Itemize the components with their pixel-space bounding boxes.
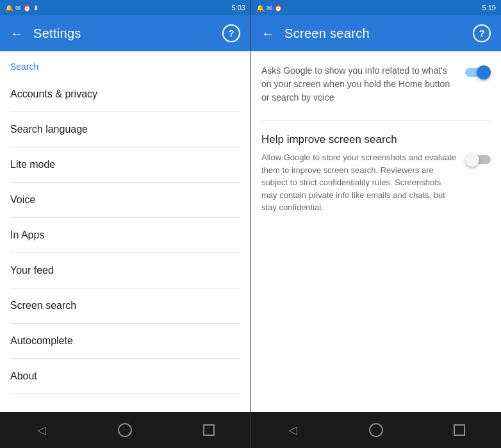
right-notification-icon: 🔔 <box>256 4 264 12</box>
settings-item-screen-search[interactable]: Screen search <box>0 288 250 323</box>
left-nav-square-button[interactable] <box>193 415 224 445</box>
section-header: Search <box>0 51 250 77</box>
screen-search-content: Asks Google to show you info related to … <box>251 51 501 412</box>
left-app-bar: ← Settings ? <box>0 15 250 51</box>
right-back-button[interactable]: ← <box>261 26 274 41</box>
right-status-icons-left: 🔔 ✉ ⏰ <box>256 4 282 12</box>
right-app-bar-title: Screen search <box>284 26 473 41</box>
divider-9 <box>10 394 240 394</box>
notification-icon: 🔔 <box>5 4 13 12</box>
settings-item-lite-mode[interactable]: Lite mode <box>0 147 250 182</box>
right-nav-back-icon: ◁ <box>288 423 297 437</box>
right-status-icons-right: 5:19 <box>482 4 496 12</box>
screen-search-description-text: Asks Google to show you info related to … <box>261 64 465 104</box>
right-nav-home-icon <box>369 423 383 437</box>
right-clock-icon: ⏰ <box>274 4 282 12</box>
settings-item-autocomplete[interactable]: Autocomplete <box>0 324 250 358</box>
right-panel: 🔔 ✉ ⏰ 5:19 ← Screen search ? Asks Google… <box>250 0 501 448</box>
settings-item-accounts-privacy[interactable]: Accounts & privacy <box>0 77 250 112</box>
right-time: 5:19 <box>482 4 496 12</box>
settings-item-your-feed[interactable]: Your feed <box>0 253 250 288</box>
help-improve-description: Allow Google to store your screenshots a… <box>261 151 465 214</box>
help-improve-title: Help improve screen search <box>261 133 491 146</box>
left-app-bar-title: Settings <box>33 26 222 41</box>
right-message-icon: ✉ <box>267 4 272 12</box>
screen-search-toggle-thumb <box>477 65 491 79</box>
left-nav-back-icon: ◁ <box>37 423 46 437</box>
left-nav-home-button[interactable] <box>110 415 140 445</box>
right-nav-home-button[interactable] <box>361 415 391 445</box>
message-icon: ✉ <box>15 4 21 12</box>
settings-list: Search Accounts & privacy Search languag… <box>0 51 250 412</box>
clock-icon: ⏰ <box>23 4 31 12</box>
settings-item-in-apps[interactable]: In Apps <box>0 218 250 253</box>
right-nav-square-button[interactable] <box>444 415 475 445</box>
right-nav-bar: ◁ <box>251 412 501 448</box>
help-improve-section: Help improve screen search Allow Google … <box>261 133 491 214</box>
settings-item-about[interactable]: About <box>0 359 250 394</box>
download-icon: ⬇ <box>33 4 38 12</box>
left-nav-home-icon <box>118 423 132 437</box>
help-improve-content: Allow Google to store your screenshots a… <box>261 151 491 214</box>
screen-search-toggle-row: Asks Google to show you info related to … <box>261 64 491 104</box>
help-improve-toggle-thumb <box>465 153 479 167</box>
left-back-button[interactable]: ← <box>10 26 23 41</box>
right-app-bar: ← Screen search ? <box>251 15 501 51</box>
left-status-icons-right: 5:03 <box>232 4 245 12</box>
right-nav-square-icon <box>454 424 465 436</box>
right-nav-back-button[interactable]: ◁ <box>277 415 308 445</box>
left-nav-back-button[interactable]: ◁ <box>26 415 57 445</box>
left-panel: 🔔 ✉ ⏰ ⬇ 5:03 ← Settings ? Search Account… <box>0 0 250 448</box>
settings-item-search-language[interactable]: Search language <box>0 112 250 147</box>
left-time: 5:03 <box>232 4 245 12</box>
content-divider <box>261 120 491 120</box>
left-help-button[interactable]: ? <box>222 24 240 42</box>
left-status-bar: 🔔 ✉ ⏰ ⬇ 5:03 <box>0 0 250 15</box>
right-status-bar: 🔔 ✉ ⏰ 5:19 <box>251 0 501 15</box>
left-nav-bar: ◁ <box>0 412 250 448</box>
left-status-icons-left: 🔔 ✉ ⏰ ⬇ <box>5 4 38 12</box>
left-nav-square-icon <box>203 424 215 436</box>
help-improve-toggle[interactable] <box>465 153 491 167</box>
right-help-button[interactable]: ? <box>473 24 491 42</box>
screen-search-toggle[interactable] <box>465 65 491 79</box>
settings-item-voice[interactable]: Voice <box>0 183 250 217</box>
